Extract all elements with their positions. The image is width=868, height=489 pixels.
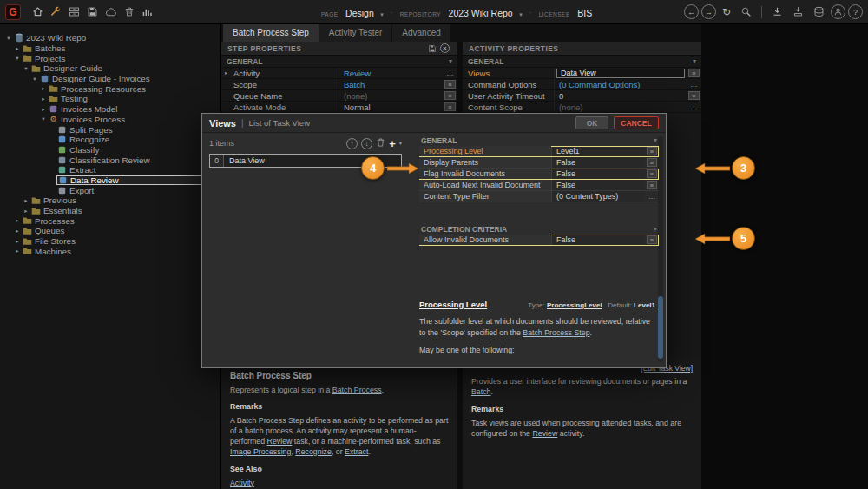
wrench-icon[interactable] <box>47 3 65 21</box>
type-value-link[interactable]: ProcessingLevel <box>547 301 602 309</box>
modal-section-completion-criteria[interactable]: COMPLETION CRITERIA▾ <box>419 223 659 235</box>
repository-selector[interactable]: REPOSITORY 2023 Wiki Repo ▾ <box>400 4 523 20</box>
help-inline-link[interactable]: Image Processing <box>230 447 291 456</box>
help-inline-link[interactable]: Review <box>267 437 293 446</box>
tree-chevron-right-icon[interactable]: ▸ <box>13 45 22 52</box>
delete-item-icon[interactable] <box>376 137 385 149</box>
property-value[interactable]: Data View <box>554 68 687 78</box>
row-editor-button[interactable]: ≡ <box>688 91 700 100</box>
tree-item-queues[interactable]: ▸Queues <box>0 226 220 236</box>
tree-item-data-review[interactable]: Data Review <box>0 175 220 186</box>
section-header-general[interactable]: GENERAL ▾ <box>463 56 701 68</box>
tree-item-projects[interactable]: ▾Projects <box>0 53 220 63</box>
tree-item-previous[interactable]: ▸Previous <box>0 195 220 206</box>
property-value-input[interactable]: Data View <box>556 69 685 78</box>
row-editor-button[interactable]: … <box>688 102 700 111</box>
row-editor-button[interactable]: ≡ <box>688 69 700 77</box>
row-editor-button[interactable]: … <box>444 69 456 77</box>
property-value[interactable]: Batch <box>339 79 443 89</box>
property-value[interactable]: Level1 <box>551 146 645 156</box>
tree-item-split-pages[interactable]: Split Pages <box>0 124 220 135</box>
tree-chevron-right-icon[interactable]: ▸ <box>13 217 22 224</box>
tree-item-designer-guide-invoices[interactable]: ▾Designer Guide - Invoices <box>0 74 220 84</box>
row-editor-button[interactable]: ≡ <box>444 102 456 111</box>
page-selector[interactable]: PAGE Design ▾ <box>321 4 384 20</box>
tree-chevron-right-icon[interactable]: ▸ <box>39 106 48 113</box>
nav-forward-icon[interactable]: → <box>701 4 716 19</box>
tree-chevron-down-icon[interactable]: ▾ <box>30 76 39 83</box>
chevron-down-icon[interactable]: ▾ <box>654 225 657 233</box>
trash-icon[interactable] <box>120 3 138 21</box>
row-editor-button[interactable]: ≡ <box>647 147 657 155</box>
add-item-dropdown-icon[interactable]: ▾ <box>399 140 402 147</box>
property-value[interactable]: Normal <box>339 102 443 112</box>
tree-item-batches[interactable]: ▸Batches <box>0 43 220 54</box>
property-value[interactable]: Review <box>339 68 443 78</box>
tree-item-essentials[interactable]: ▸Essentials <box>0 206 220 216</box>
tree-item-invoices-process[interactable]: ▾⚙Invoices Process <box>0 115 220 125</box>
tree-chevron-right-icon[interactable]: ▸ <box>39 96 48 102</box>
help-inline-link[interactable]: Recognize <box>295 447 332 456</box>
row-editor-button[interactable]: ≡ <box>444 80 456 89</box>
app-logo[interactable]: G <box>5 4 21 20</box>
tab-activity-tester[interactable]: Activity Tester <box>319 24 392 42</box>
help-icon[interactable]: ? <box>848 4 863 19</box>
property-value[interactable]: False <box>551 235 645 245</box>
ok-button[interactable]: OK <box>575 116 608 129</box>
row-editor-button[interactable]: ≡ <box>647 235 657 244</box>
expand-chevron-icon[interactable]: ▸ <box>225 69 227 76</box>
import-icon[interactable] <box>789 3 807 21</box>
save-icon[interactable] <box>83 3 102 21</box>
tree-item-classify[interactable]: Classify <box>0 145 220 155</box>
database-stack-icon[interactable] <box>810 3 828 21</box>
row-editor-button[interactable]: ≡ <box>647 158 657 167</box>
help-inline-link[interactable]: Batch Process Step <box>523 328 589 337</box>
property-value[interactable]: False <box>551 180 645 190</box>
tree-chevron-down-icon[interactable]: ▾ <box>13 55 22 62</box>
tree-chevron-right-icon[interactable]: ▸ <box>39 85 48 92</box>
tree-item-testing[interactable]: ▸Testing <box>0 94 220 104</box>
help-inline-link[interactable]: Review <box>532 429 557 438</box>
help-inline-link[interactable]: Extract <box>345 447 368 456</box>
tree-item-processing-resources[interactable]: ▸Processing Resources <box>0 83 220 94</box>
tree-chevron-right-icon[interactable]: ▸ <box>13 238 22 245</box>
cloud-upload-icon[interactable] <box>102 3 120 21</box>
tree-item-recognize[interactable]: Recognize <box>0 135 220 145</box>
tree-item-file-stores[interactable]: ▸File Stores <box>0 236 220 247</box>
user-account-icon[interactable] <box>831 4 845 19</box>
stats-chart-icon[interactable] <box>138 3 156 21</box>
tree-chevron-right-icon[interactable]: ▸ <box>22 208 30 215</box>
tab-batch-process-step[interactable]: Batch Process Step <box>223 24 319 42</box>
tree-chevron-down-icon[interactable]: ▾ <box>4 35 13 42</box>
tree-item-extract[interactable]: Extract <box>0 165 220 175</box>
tree-item-classification-review[interactable]: Classification Review <box>0 155 220 165</box>
tree-chevron-right-icon[interactable]: ▸ <box>22 197 30 204</box>
row-editor-button[interactable]: … <box>647 192 657 201</box>
row-editor-button[interactable]: … <box>688 80 700 89</box>
search-icon[interactable] <box>737 3 755 21</box>
move-up-icon[interactable]: ↑ <box>346 138 358 149</box>
tree-chevron-right-icon[interactable]: ▸ <box>13 228 22 235</box>
property-help-title[interactable]: Processing Level <box>419 300 487 309</box>
archive-boxes-icon[interactable] <box>65 3 83 21</box>
tree-chevron-down-icon[interactable]: ▾ <box>22 65 30 72</box>
chevron-down-icon[interactable]: ▾ <box>654 136 657 144</box>
row-editor-button[interactable]: ≡ <box>647 169 657 178</box>
nav-back-icon[interactable]: ← <box>684 4 699 19</box>
scrollbar-thumb[interactable] <box>658 296 663 359</box>
section-header-general[interactable]: GENERAL ▾ <box>221 56 457 68</box>
tree-item-designer-guide[interactable]: ▾Designer Guide <box>0 63 220 74</box>
cancel-button[interactable]: CANCEL <box>614 116 659 129</box>
property-value[interactable]: (0 Command Options) <box>554 79 687 89</box>
tree-chevron-down-icon[interactable]: ▾ <box>39 116 48 122</box>
modal-section-general[interactable]: GENERAL▾ <box>419 135 659 146</box>
help-inline-link[interactable]: Batch Process <box>332 386 382 394</box>
refresh-icon[interactable]: ↻ <box>719 6 734 18</box>
move-down-icon[interactable]: ↓ <box>361 138 372 149</box>
property-value[interactable]: False <box>551 169 645 179</box>
help-inline-link[interactable]: Batch <box>471 387 491 396</box>
help-title[interactable]: Batch Process Step <box>230 370 449 382</box>
tree-item-invoices-model[interactable]: ▸Invoices Model <box>0 104 220 115</box>
property-value[interactable]: (0 Content Types) <box>551 191 645 202</box>
tree-item-export[interactable]: Export <box>0 185 220 195</box>
